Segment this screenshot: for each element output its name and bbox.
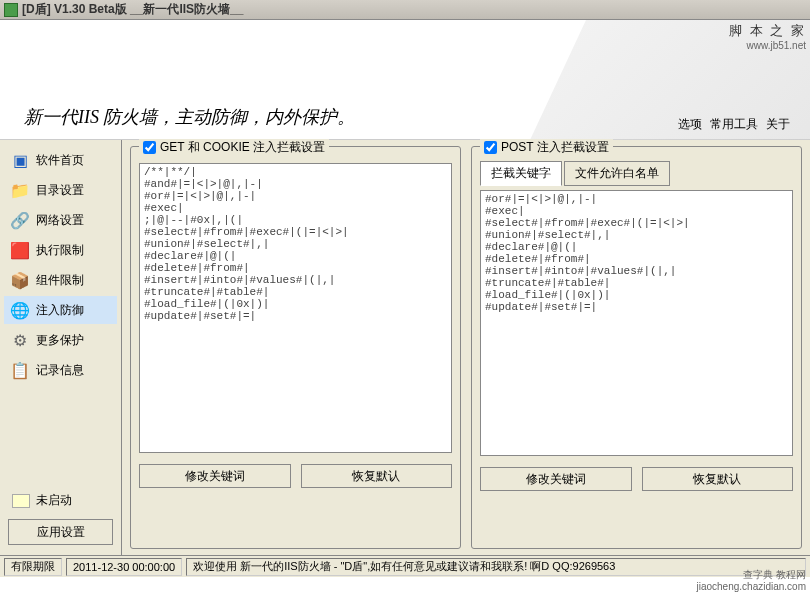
btn-row: 修改关键词 恢复默认 [480,467,793,491]
nav-inject[interactable]: 🌐注入防御 [4,296,117,324]
network-icon: 🔗 [10,210,30,230]
group-get-cookie: GET 和 COOKIE 注入拦截设置 修改关键词 恢复默认 [130,146,461,549]
watermark-url2: jiaocheng.chazidian.com [696,581,806,593]
banner-slogan: 新一代IIS 防火墙，主动防御，内外保护。 [24,105,356,129]
btn-row: 修改关键词 恢复默认 [139,464,452,488]
gear-icon: ⚙ [10,330,30,350]
restore-default-button[interactable]: 恢复默认 [642,467,794,491]
group-title: POST 注入拦截设置 [480,139,613,156]
get-checkbox[interactable] [143,141,156,154]
nav-label: 目录设置 [36,182,84,199]
main: ▣软件首页 📁目录设置 🔗网络设置 🟥执行限制 📦组件限制 🌐注入防御 ⚙更多保… [0,140,810,555]
sidebar: ▣软件首页 📁目录设置 🔗网络设置 🟥执行限制 📦组件限制 🌐注入防御 ⚙更多保… [0,140,122,555]
status-date-cell: 2011-12-30 00:00:00 [66,558,182,576]
nav-label: 网络设置 [36,212,84,229]
nav-label: 执行限制 [36,242,84,259]
log-icon: 📋 [10,360,30,380]
nav-log[interactable]: 📋记录信息 [4,356,117,384]
modify-keywords-button[interactable]: 修改关键词 [480,467,632,491]
status-label: 未启动 [36,492,72,509]
nav-net[interactable]: 🔗网络设置 [4,206,117,234]
sidebar-bottom: 未启动 应用设置 [4,484,117,549]
shield-icon: 🌐 [10,300,30,320]
watermark-bottom-right: 查字典 教程网 jiaocheng.chazidian.com [696,569,806,593]
watermark-top: 脚 本 之 家 [729,22,806,40]
get-rules-textarea[interactable] [139,163,452,453]
nav-comp[interactable]: 📦组件限制 [4,266,117,294]
titlebar-text: [D盾] V1.30 Beta版 __新一代IIS防火墙__ [22,1,243,18]
nav-label: 更多保护 [36,332,84,349]
menu-tools[interactable]: 常用工具 [710,116,758,133]
folder-icon: 📁 [10,180,30,200]
nav-label: 组件限制 [36,272,84,289]
nav-home[interactable]: ▣软件首页 [4,146,117,174]
menu-options[interactable]: 选项 [678,116,702,133]
app-icon [4,3,18,17]
banner: 脚 本 之 家 www.jb51.net 新一代IIS 防火墙，主动防御，内外保… [0,20,810,140]
group-title: GET 和 COOKIE 注入拦截设置 [139,139,329,156]
statusbar: 有限期限 2011-12-30 00:00:00 欢迎使用 新一代的IIS防火墙… [0,555,810,577]
status-row: 未启动 [8,488,113,513]
titlebar: [D盾] V1.30 Beta版 __新一代IIS防火墙__ [0,0,810,20]
watermark-url: www.jb51.net [747,40,806,51]
modify-keywords-button[interactable]: 修改关键词 [139,464,291,488]
group-title-text: POST 注入拦截设置 [501,139,609,156]
banner-menu: 选项 常用工具 关于 [678,116,790,133]
tabs: 拦截关键字 文件允许白名单 [480,161,793,186]
menu-about[interactable]: 关于 [766,116,790,133]
group-title-text: GET 和 COOKIE 注入拦截设置 [160,139,325,156]
cube-icon: 🟥 [10,240,30,260]
home-icon: ▣ [10,150,30,170]
nav-label: 记录信息 [36,362,84,379]
nav-label: 软件首页 [36,152,84,169]
watermark-text: 查字典 教程网 [696,569,806,581]
status-label-cell: 有限期限 [4,558,62,576]
post-rules-textarea[interactable] [480,190,793,456]
tab-block-keywords[interactable]: 拦截关键字 [480,161,562,186]
group-post: POST 注入拦截设置 拦截关键字 文件允许白名单 修改关键词 恢复默认 [471,146,802,549]
status-indicator [12,494,30,508]
content: GET 和 COOKIE 注入拦截设置 修改关键词 恢复默认 POST 注入拦截… [122,140,810,555]
nav-exec[interactable]: 🟥执行限制 [4,236,117,264]
restore-default-button[interactable]: 恢复默认 [301,464,453,488]
box-icon: 📦 [10,270,30,290]
nav-more[interactable]: ⚙更多保护 [4,326,117,354]
apply-button[interactable]: 应用设置 [8,519,113,545]
nav-label: 注入防御 [36,302,84,319]
tab-whitelist[interactable]: 文件允许白名单 [564,161,670,186]
post-checkbox[interactable] [484,141,497,154]
nav-dir[interactable]: 📁目录设置 [4,176,117,204]
